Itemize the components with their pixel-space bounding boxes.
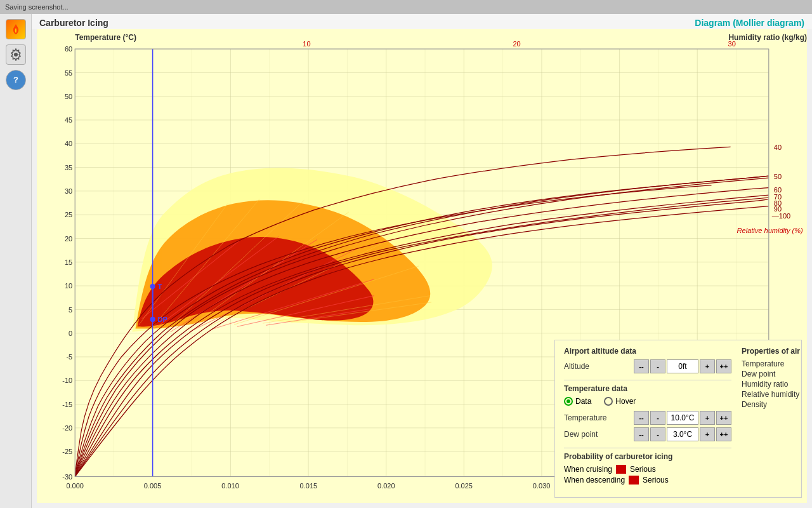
svg-text:?: ? — [13, 75, 18, 84]
icing-cruising-color — [616, 465, 626, 474]
radio-data-label: Data — [575, 397, 591, 406]
prop-humidity-ratio: Humidity ratio 0.005kg/kg — [742, 380, 807, 389]
dewpoint-value: 3.0°C — [667, 427, 698, 441]
svg-text:35: 35 — [65, 164, 72, 171]
prop-density: Density 1.243kg/m³ — [742, 400, 807, 409]
help-icon[interactable]: ? — [6, 70, 26, 90]
svg-text:0.000: 0.000 — [66, 482, 84, 490]
dp-plus-plus-btn[interactable]: ++ — [716, 427, 731, 441]
diagram-title: Diagram (Mollier diagram) — [695, 18, 804, 28]
altitude-value: 0ft — [667, 359, 698, 373]
svg-text:45: 45 — [65, 116, 72, 124]
radio-data-circle[interactable] — [564, 397, 573, 406]
temp-axis-title: Temperature (°C) — [75, 32, 136, 41]
humidity-axis-title: Humidity ratio (kg/kg) — [728, 32, 807, 41]
svg-text:25: 25 — [65, 211, 72, 218]
gear-icon[interactable] — [6, 44, 26, 65]
svg-text:0.025: 0.025 — [455, 482, 473, 490]
altitude-label: Altitude — [564, 362, 634, 371]
temp-minus-btn[interactable]: - — [650, 411, 665, 425]
temp-minus-minus-btn[interactable]: -- — [634, 411, 649, 425]
svg-text:-25: -25 — [62, 448, 72, 455]
temperature-label: Temperature — [564, 413, 634, 422]
temp-plus-btn[interactable]: + — [700, 411, 715, 425]
icing-descending-value: Serious — [643, 476, 669, 485]
prop-rel-humidity: Relative humidity 61.7% — [742, 390, 807, 399]
svg-text:30: 30 — [65, 187, 72, 195]
radio-data-dot — [566, 399, 570, 403]
left-sidebar: ? — [0, 14, 32, 508]
svg-text:-15: -15 — [62, 401, 72, 408]
dp-minus-btn[interactable]: - — [650, 427, 665, 441]
svg-text:0.015: 0.015 — [300, 482, 318, 490]
svg-text:0.030: 0.030 — [533, 482, 551, 490]
icing-cruising-row: When cruising Serious — [564, 465, 731, 474]
icing-descending-row: When descending Serious — [564, 476, 731, 485]
svg-text:-30: -30 — [62, 473, 72, 481]
radio-hover[interactable]: Hover — [604, 397, 636, 406]
svg-text:0: 0 — [69, 330, 72, 337]
svg-text:0.020: 0.020 — [377, 482, 395, 490]
dewpoint-label: Dew point — [564, 430, 634, 439]
temp-plus-plus-btn[interactable]: ++ — [716, 411, 731, 425]
chart-container: 40 50 60 70 80 90 —100 10 20 30 Relative… — [37, 29, 807, 503]
altitude-plus-btn[interactable]: + — [700, 359, 715, 373]
rh-label-40: 40 — [774, 143, 782, 150]
svg-text:20: 20 — [65, 234, 72, 242]
svg-text:-10: -10 — [62, 377, 72, 384]
radio-hover-circle[interactable] — [604, 397, 613, 406]
svg-text:55: 55 — [65, 69, 72, 76]
temp-section-title: Temperature data — [564, 384, 731, 393]
svg-text:-5: -5 — [66, 353, 72, 361]
dewpoint-stepper[interactable]: -- - 3.0°C + ++ — [634, 427, 731, 441]
icing-cruising-label: When cruising — [564, 465, 612, 474]
icing-section-title: Probability of carburetor icing — [564, 452, 731, 461]
airport-section-title: Airport altitude data — [564, 347, 731, 356]
rh-top-20: 20 — [513, 40, 520, 48]
icing-cruising-value: Serious — [630, 465, 656, 474]
prop-temperature: Temperature 10.0°C — [742, 359, 807, 368]
temperature-value: 10.0°C — [667, 411, 698, 425]
svg-text:0.005: 0.005 — [144, 482, 162, 490]
temperature-stepper[interactable]: -- - 10.0°C + ++ — [634, 411, 731, 425]
flame-icon[interactable] — [6, 19, 26, 39]
info-panel: Airport altitude data Altitude -- - 0ft … — [554, 340, 802, 498]
svg-text:60: 60 — [65, 45, 72, 53]
properties-panel: Properties of air Temperature 10.0°C Dew… — [742, 347, 807, 491]
altitude-stepper[interactable]: -- - 0ft + ++ — [634, 359, 731, 373]
rh-label-50: 50 — [774, 173, 782, 180]
svg-text:0.010: 0.010 — [221, 482, 239, 490]
rh-label-60: 60 — [774, 186, 782, 194]
svg-text:15: 15 — [65, 258, 72, 266]
svg-text:40: 40 — [65, 140, 72, 147]
rh-axis-label: Relative humidity (%) — [737, 227, 803, 234]
T-label: T — [158, 283, 162, 290]
dp-minus-minus-btn[interactable]: -- — [634, 427, 649, 441]
DP-label: DP — [158, 316, 168, 323]
radio-data[interactable]: Data — [564, 397, 591, 406]
T-marker-dot — [150, 284, 155, 289]
rh-label-90: 90 — [774, 205, 782, 213]
prop-dewpoint: Dew point 3.0°C — [742, 370, 807, 378]
app-title: Carburetor Icing — [39, 18, 108, 28]
svg-point-0 — [14, 53, 18, 57]
svg-text:10: 10 — [65, 282, 72, 290]
titlebar-text: Saving screenshot... — [5, 3, 69, 11]
svg-text:50: 50 — [65, 93, 72, 100]
altitude-minus-minus-btn[interactable]: -- — [634, 359, 649, 373]
icing-descending-label: When descending — [564, 476, 625, 485]
rh-label-100: —100 — [772, 212, 790, 220]
altitude-minus-btn[interactable]: - — [650, 359, 665, 373]
dp-plus-btn[interactable]: + — [700, 427, 715, 441]
svg-text:-20: -20 — [62, 424, 72, 432]
svg-text:5: 5 — [69, 305, 72, 313]
properties-title: Properties of air — [742, 347, 807, 356]
radio-hover-label: Hover — [615, 397, 636, 406]
icing-descending-color — [629, 476, 639, 485]
DP-marker-dot — [150, 317, 155, 322]
data-mode-radio[interactable]: Data Hover — [564, 397, 636, 406]
rh-top-10: 10 — [303, 40, 310, 48]
altitude-plus-plus-btn[interactable]: ++ — [716, 359, 731, 373]
